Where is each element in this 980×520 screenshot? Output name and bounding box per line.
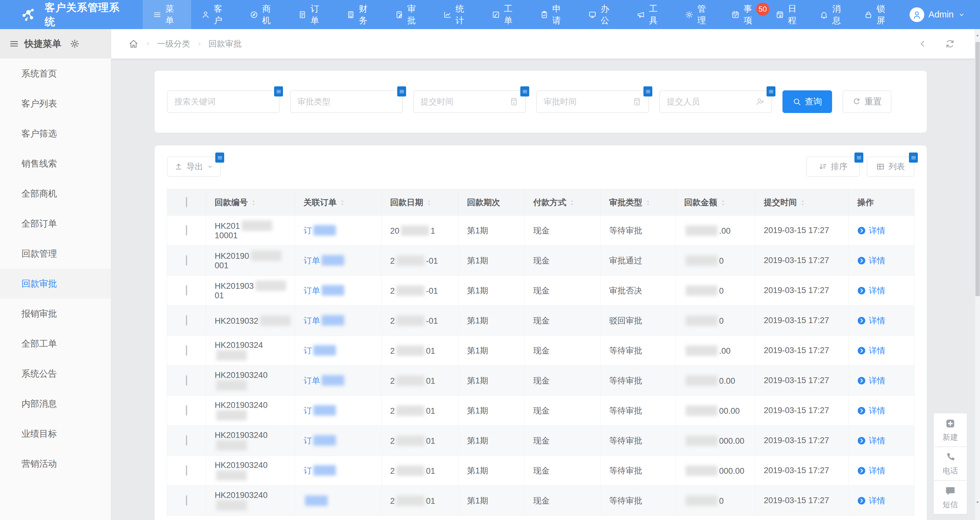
row-checkbox[interactable]	[186, 315, 187, 326]
filter-text-field-0[interactable]: 搜索关键词	[167, 90, 280, 113]
sidebar-item-4[interactable]: 全部商机	[0, 178, 111, 208]
column-header-6[interactable]: 审批类型	[601, 189, 676, 216]
nav-item-chart[interactable]: 统计	[433, 0, 481, 29]
sidebar-item-2[interactable]: 客户筛选	[0, 119, 111, 148]
annotation-badge[interactable]	[215, 153, 224, 162]
fab-plussq[interactable]: 新建	[934, 413, 967, 447]
detail-link[interactable]: 详情	[857, 315, 914, 326]
refresh-icon[interactable]	[945, 39, 955, 49]
annotation-badge[interactable]	[397, 86, 406, 97]
list-button[interactable]: 列表	[867, 156, 915, 177]
detail-link[interactable]: 详情	[857, 465, 914, 476]
breadcrumb-item-0[interactable]: 一级分类	[157, 38, 190, 49]
filter-date-field-3[interactable]: 审批时间	[536, 90, 649, 113]
column-header-1[interactable]: 回款编号	[206, 189, 295, 216]
row-checkbox[interactable]	[186, 435, 187, 445]
hamburger-icon[interactable]	[9, 39, 19, 49]
nav-item-megaphone[interactable]: 工具	[626, 0, 675, 29]
detail-link[interactable]: 详情	[857, 285, 914, 296]
detail-link[interactable]: 详情	[857, 255, 914, 266]
nav-item-calendar[interactable]: 日程	[767, 0, 812, 29]
export-button[interactable]: 导出	[167, 156, 221, 177]
row-checkbox[interactable]	[186, 255, 187, 266]
order-link[interactable]: 订	[304, 226, 337, 235]
sidebar-item-8[interactable]: 报销审批	[0, 299, 111, 329]
nav-item-calc[interactable]: 财务	[336, 0, 385, 29]
row-checkbox[interactable]	[186, 375, 187, 386]
nav-item-gear[interactable]: 管理	[675, 0, 723, 29]
column-header-8[interactable]: 提交时间	[755, 189, 849, 216]
fab-sms[interactable]: 短信	[934, 480, 967, 514]
sort-arrows-icon[interactable]	[250, 199, 257, 206]
filter-date-field-2[interactable]: 提交时间	[413, 90, 526, 113]
order-link[interactable]: 订	[304, 346, 337, 355]
annotation-badge[interactable]	[909, 153, 918, 162]
scroll-down-arrow[interactable]	[975, 497, 980, 507]
select-all-checkbox[interactable]	[186, 197, 187, 207]
nav-item-user[interactable]: 客户	[191, 0, 240, 29]
back-icon[interactable]	[918, 39, 928, 48]
sidebar-item-6[interactable]: 回款管理	[0, 239, 111, 269]
scroll-up-arrow[interactable]	[975, 30, 980, 41]
detail-link[interactable]: 详情	[857, 435, 914, 446]
column-header-5[interactable]: 付款方式	[525, 189, 601, 216]
sidebar-item-0[interactable]: 系统首页	[0, 59, 111, 89]
nav-item-compass[interactable]: 商机	[240, 0, 288, 29]
nav-item-editsq[interactable]: 工单	[481, 0, 530, 29]
sort-arrows-icon[interactable]	[720, 199, 726, 206]
row-checkbox[interactable]	[186, 345, 187, 356]
row-checkbox[interactable]	[186, 465, 187, 475]
sidebar-item-10[interactable]: 系统公告	[0, 359, 111, 389]
sidebar-item-9[interactable]: 全部工单	[0, 329, 111, 359]
sort-arrows-icon[interactable]	[339, 199, 346, 206]
order-link[interactable]: 订单	[304, 316, 346, 325]
gear-icon[interactable]	[70, 39, 80, 49]
row-checkbox[interactable]	[186, 225, 187, 235]
annotation-badge[interactable]	[767, 86, 775, 97]
annotation-badge[interactable]	[520, 86, 529, 97]
order-link[interactable]	[304, 496, 329, 506]
search-button[interactable]: 查询	[783, 90, 832, 113]
sort-arrows-icon[interactable]	[569, 199, 576, 206]
sidebar-item-11[interactable]: 内部消息	[0, 389, 111, 419]
select-all-header[interactable]	[167, 189, 206, 216]
sidebar-item-12[interactable]: 业绩目标	[0, 419, 111, 448]
order-link[interactable]: 订单	[304, 286, 346, 295]
nav-item-bell[interactable]: 消息	[811, 0, 856, 29]
detail-link[interactable]: 详情	[857, 225, 914, 236]
column-header-2[interactable]: 关联订单	[295, 189, 382, 216]
detail-link[interactable]: 详情	[857, 495, 914, 506]
sidebar-item-5[interactable]: 全部订单	[0, 208, 111, 239]
nav-item-approve[interactable]: 审批	[385, 0, 433, 29]
reset-button[interactable]: 重置	[843, 90, 891, 113]
sort-arrows-icon[interactable]	[426, 199, 433, 206]
sidebar-item-1[interactable]: 客户列表	[0, 89, 111, 119]
user-menu[interactable]: Admin	[900, 7, 980, 22]
column-header-3[interactable]: 回款日期	[382, 189, 458, 216]
sort-arrows-icon[interactable]	[799, 199, 806, 206]
nav-item-menu[interactable]: 菜单	[143, 0, 191, 29]
sort-button[interactable]: 排序	[806, 156, 860, 177]
filter-select-field-1[interactable]: 审批类型undefined	[290, 90, 403, 113]
annotation-badge[interactable]	[854, 153, 863, 162]
detail-link[interactable]: 详情	[857, 405, 914, 416]
nav-item-clipboard[interactable]: 申请	[530, 0, 578, 29]
detail-link[interactable]: 详情	[857, 375, 914, 386]
order-link[interactable]: 订	[304, 436, 337, 445]
sort-arrows-icon[interactable]	[645, 199, 651, 206]
sidebar-item-3[interactable]: 销售线索	[0, 148, 111, 178]
order-link[interactable]: 订	[304, 466, 337, 475]
nav-item-doc[interactable]: 订单	[288, 0, 336, 29]
scrollbar-thumb[interactable]	[975, 42, 980, 296]
breadcrumb-item-1[interactable]: 回款审批	[208, 38, 242, 49]
order-link[interactable]: 订	[304, 406, 337, 415]
row-checkbox[interactable]	[186, 495, 187, 506]
sidebar-item-7[interactable]: 回款审批	[0, 269, 111, 299]
order-link[interactable]: 订单	[304, 376, 346, 385]
column-header-7[interactable]: 回款金额	[676, 189, 755, 216]
nav-item-lock[interactable]: 锁屏	[856, 0, 900, 29]
annotation-badge[interactable]	[274, 86, 283, 97]
detail-link[interactable]: 详情	[857, 345, 914, 356]
fab-phone[interactable]: 电话	[934, 447, 967, 480]
sidebar-item-13[interactable]: 营销活动	[0, 448, 111, 479]
